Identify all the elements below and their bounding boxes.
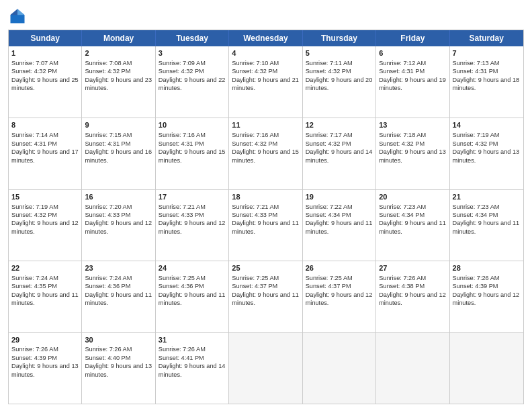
day-info: Sunrise: 7:21 AM Sunset: 4:33 PM Dayligh… [232, 203, 299, 235]
calendar-cell [229, 333, 302, 404]
header [8, 7, 524, 26]
calendar-cell: 26Sunrise: 7:25 AM Sunset: 4:37 PM Dayli… [303, 261, 376, 332]
day-number: 9 [85, 120, 152, 130]
svg-marker-2 [11, 9, 18, 15]
weekday-header: Wednesday [229, 30, 302, 46]
calendar-page: SundayMondayTuesdayWednesdayThursdayFrid… [0, 0, 532, 411]
day-info: Sunrise: 7:14 AM Sunset: 4:31 PM Dayligh… [11, 132, 79, 163]
day-number: 15 [11, 192, 79, 202]
calendar-cell: 23Sunrise: 7:24 AM Sunset: 4:36 PM Dayli… [82, 261, 155, 332]
day-info: Sunrise: 7:26 AM Sunset: 4:39 PM Dayligh… [453, 275, 520, 306]
day-number: 8 [11, 120, 79, 130]
calendar-cell: 24Sunrise: 7:25 AM Sunset: 4:36 PM Dayli… [156, 261, 229, 332]
day-number: 18 [232, 192, 299, 202]
day-info: Sunrise: 7:25 AM Sunset: 4:37 PM Dayligh… [232, 275, 299, 306]
calendar-cell: 29Sunrise: 7:26 AM Sunset: 4:39 PM Dayli… [9, 333, 82, 404]
weekday-header: Thursday [303, 30, 376, 46]
calendar-cell [450, 333, 523, 404]
day-info: Sunrise: 7:24 AM Sunset: 4:35 PM Dayligh… [11, 275, 79, 306]
calendar-cell [303, 333, 376, 404]
day-number: 7 [453, 48, 521, 58]
calendar-cell: 1Sunrise: 7:07 AM Sunset: 4:32 PM Daylig… [9, 46, 82, 118]
day-info: Sunrise: 7:07 AM Sunset: 4:32 PM Dayligh… [11, 60, 79, 91]
day-number: 31 [159, 335, 226, 345]
calendar-cell: 16Sunrise: 7:20 AM Sunset: 4:33 PM Dayli… [82, 190, 155, 261]
day-info: Sunrise: 7:16 AM Sunset: 4:32 PM Dayligh… [232, 132, 299, 163]
calendar-cell: 8Sunrise: 7:14 AM Sunset: 4:31 PM Daylig… [9, 118, 82, 189]
calendar-row: 1Sunrise: 7:07 AM Sunset: 4:32 PM Daylig… [9, 46, 523, 118]
calendar-cell: 25Sunrise: 7:25 AM Sunset: 4:37 PM Dayli… [229, 261, 302, 332]
day-info: Sunrise: 7:19 AM Sunset: 4:32 PM Dayligh… [453, 132, 520, 163]
calendar-cell: 13Sunrise: 7:18 AM Sunset: 4:32 PM Dayli… [376, 118, 449, 189]
calendar: SundayMondayTuesdayWednesdayThursdayFrid… [8, 30, 524, 404]
day-number: 1 [11, 48, 79, 58]
calendar-cell: 30Sunrise: 7:26 AM Sunset: 4:40 PM Dayli… [82, 333, 155, 404]
day-info: Sunrise: 7:09 AM Sunset: 4:32 PM Dayligh… [159, 60, 226, 91]
day-number: 17 [159, 192, 226, 202]
day-info: Sunrise: 7:26 AM Sunset: 4:40 PM Dayligh… [85, 346, 152, 377]
calendar-cell: 20Sunrise: 7:23 AM Sunset: 4:34 PM Dayli… [376, 190, 449, 261]
day-info: Sunrise: 7:10 AM Sunset: 4:32 PM Dayligh… [232, 60, 299, 91]
day-number: 30 [85, 335, 152, 345]
calendar-cell: 27Sunrise: 7:26 AM Sunset: 4:38 PM Dayli… [376, 261, 449, 332]
calendar-cell: 17Sunrise: 7:21 AM Sunset: 4:33 PM Dayli… [156, 190, 229, 261]
day-number: 2 [85, 48, 152, 58]
day-info: Sunrise: 7:13 AM Sunset: 4:31 PM Dayligh… [453, 60, 520, 91]
day-number: 14 [453, 120, 521, 130]
day-info: Sunrise: 7:25 AM Sunset: 4:36 PM Dayligh… [159, 275, 226, 306]
calendar-row: 22Sunrise: 7:24 AM Sunset: 4:35 PM Dayli… [9, 261, 523, 332]
day-number: 3 [159, 48, 226, 58]
calendar-cell: 10Sunrise: 7:16 AM Sunset: 4:31 PM Dayli… [156, 118, 229, 189]
day-info: Sunrise: 7:26 AM Sunset: 4:38 PM Dayligh… [379, 275, 446, 306]
day-number: 10 [159, 120, 226, 130]
day-number: 20 [379, 192, 446, 202]
day-info: Sunrise: 7:08 AM Sunset: 4:32 PM Dayligh… [85, 60, 152, 91]
weekday-header: Monday [82, 30, 155, 46]
weekday-header: Sunday [9, 30, 82, 46]
day-number: 5 [306, 48, 373, 58]
day-number: 28 [453, 263, 521, 273]
day-number: 27 [379, 263, 446, 273]
calendar-cell: 3Sunrise: 7:09 AM Sunset: 4:32 PM Daylig… [156, 46, 229, 118]
calendar-cell: 4Sunrise: 7:10 AM Sunset: 4:32 PM Daylig… [229, 46, 302, 118]
calendar-cell: 22Sunrise: 7:24 AM Sunset: 4:35 PM Dayli… [9, 261, 82, 332]
calendar-row: 8Sunrise: 7:14 AM Sunset: 4:31 PM Daylig… [9, 118, 523, 189]
day-info: Sunrise: 7:18 AM Sunset: 4:32 PM Dayligh… [379, 132, 446, 163]
calendar-row: 15Sunrise: 7:19 AM Sunset: 4:32 PM Dayli… [9, 189, 523, 261]
day-number: 13 [379, 120, 446, 130]
calendar-body: 1Sunrise: 7:07 AM Sunset: 4:32 PM Daylig… [9, 46, 523, 404]
day-number: 6 [379, 48, 446, 58]
day-info: Sunrise: 7:19 AM Sunset: 4:32 PM Dayligh… [11, 203, 79, 235]
weekday-header: Saturday [450, 30, 523, 46]
day-info: Sunrise: 7:21 AM Sunset: 4:33 PM Dayligh… [159, 203, 226, 235]
day-number: 23 [85, 263, 152, 273]
calendar-cell: 31Sunrise: 7:26 AM Sunset: 4:41 PM Dayli… [156, 333, 229, 404]
calendar-cell: 18Sunrise: 7:21 AM Sunset: 4:33 PM Dayli… [229, 190, 302, 261]
day-info: Sunrise: 7:16 AM Sunset: 4:31 PM Dayligh… [159, 132, 226, 163]
calendar-cell: 6Sunrise: 7:12 AM Sunset: 4:31 PM Daylig… [376, 46, 449, 118]
day-info: Sunrise: 7:23 AM Sunset: 4:34 PM Dayligh… [453, 203, 520, 235]
logo-icon [8, 7, 27, 26]
calendar-cell: 19Sunrise: 7:22 AM Sunset: 4:34 PM Dayli… [303, 190, 376, 261]
day-info: Sunrise: 7:23 AM Sunset: 4:34 PM Dayligh… [379, 203, 446, 235]
day-number: 29 [11, 335, 79, 345]
calendar-cell: 7Sunrise: 7:13 AM Sunset: 4:31 PM Daylig… [450, 46, 523, 118]
day-info: Sunrise: 7:25 AM Sunset: 4:37 PM Dayligh… [306, 275, 373, 306]
day-number: 24 [159, 263, 226, 273]
logo [8, 7, 30, 26]
calendar-cell: 2Sunrise: 7:08 AM Sunset: 4:32 PM Daylig… [82, 46, 155, 118]
day-number: 25 [232, 263, 299, 273]
calendar-cell: 21Sunrise: 7:23 AM Sunset: 4:34 PM Dayli… [450, 190, 523, 261]
calendar-cell: 12Sunrise: 7:17 AM Sunset: 4:32 PM Dayli… [303, 118, 376, 189]
weekday-header: Friday [376, 30, 449, 46]
calendar-cell: 15Sunrise: 7:19 AM Sunset: 4:32 PM Dayli… [9, 190, 82, 261]
day-number: 12 [306, 120, 373, 130]
day-info: Sunrise: 7:22 AM Sunset: 4:34 PM Dayligh… [306, 203, 373, 235]
day-info: Sunrise: 7:17 AM Sunset: 4:32 PM Dayligh… [306, 132, 373, 163]
calendar-cell: 5Sunrise: 7:11 AM Sunset: 4:32 PM Daylig… [303, 46, 376, 118]
calendar-cell: 11Sunrise: 7:16 AM Sunset: 4:32 PM Dayli… [229, 118, 302, 189]
calendar-cell: 28Sunrise: 7:26 AM Sunset: 4:39 PM Dayli… [450, 261, 523, 332]
day-number: 26 [306, 263, 373, 273]
day-info: Sunrise: 7:26 AM Sunset: 4:41 PM Dayligh… [159, 346, 226, 377]
day-number: 19 [306, 192, 373, 202]
